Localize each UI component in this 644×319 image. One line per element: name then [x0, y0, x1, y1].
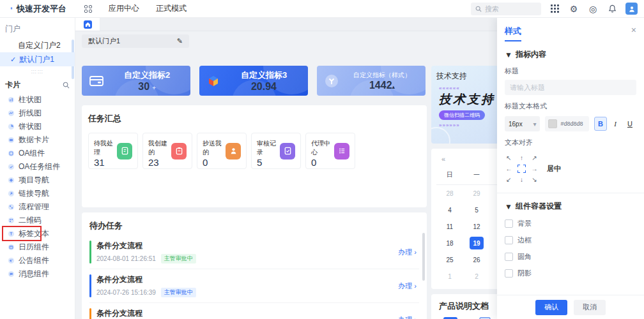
tab-style[interactable]: 样式	[505, 26, 521, 41]
title-field-label: 标题	[505, 66, 636, 76]
todo-scrollbar[interactable]	[422, 233, 425, 281]
bold-button[interactable]: B	[594, 117, 607, 131]
calendar-date[interactable]: 29	[463, 187, 490, 200]
italic-button[interactable]: I	[609, 117, 622, 131]
sidebar-item-project-nav[interactable]: 项目导航	[0, 174, 75, 187]
sidebar-item-line-chart[interactable]: 折线图	[0, 107, 75, 120]
sidebar-item-calendar[interactable]: 日历组件	[0, 241, 75, 254]
checkbox[interactable]	[505, 236, 513, 244]
metric-card-1[interactable]: 自定义指标2 30 +	[82, 66, 190, 96]
todo-title: 待办任务	[89, 220, 419, 232]
format-label: 标题文本格式	[505, 101, 636, 111]
metric-card-3[interactable]: 自定义指标（样式） 1442▴	[317, 66, 425, 96]
align-bottom-left-button[interactable]: ↙	[505, 176, 513, 183]
font-color-picker[interactable]: #d8d8d8	[545, 116, 589, 131]
align-label: 文本对齐	[505, 138, 636, 147]
align-bottom-button[interactable]: ↓	[518, 176, 526, 183]
card-search-icon[interactable]	[63, 82, 70, 89]
checkbox-background[interactable]: 背景	[505, 219, 636, 228]
align-center-label: 居中	[547, 164, 561, 174]
confirm-button[interactable]: 确认	[535, 300, 567, 315]
component-icon	[8, 150, 15, 157]
align-right-button[interactable]: →	[530, 165, 539, 172]
calendar-date[interactable]: 12	[463, 220, 490, 233]
cube-icon	[207, 75, 220, 87]
sidebar-item-pie-chart[interactable]: 饼状图	[0, 120, 75, 133]
section-metric-content[interactable]: ▼ 指标内容	[505, 49, 636, 60]
apps-grid-icon[interactable]	[84, 5, 92, 13]
portal-name-box[interactable]: 默认门户1 ✎	[82, 34, 189, 48]
todo-row[interactable]: 条件分支流程 2024-08-01 21:26:51主管审批中 办理 ›	[89, 235, 419, 269]
search-input[interactable]	[485, 5, 530, 13]
sidebar-item-bar-chart[interactable]: 柱状图	[0, 93, 75, 107]
checkbox[interactable]	[505, 269, 513, 278]
todo-row[interactable]: 条件分支流程 2024-07-26 15:16:39主管审批中 办理 ›	[89, 269, 419, 303]
checkbox-shadow[interactable]: 阴影	[505, 269, 636, 278]
sidebar-item-announcement[interactable]: 公告组件	[0, 254, 75, 267]
search-icon	[475, 6, 482, 12]
sidebar-item-process-mgmt[interactable]: 流程管理	[0, 200, 75, 214]
user-avatar[interactable]	[625, 3, 638, 15]
metric-cards-row: 自定义指标2 30 + 自定义指标3 20.94	[82, 66, 427, 96]
align-top-button[interactable]: ↑	[518, 154, 526, 161]
global-search[interactable]	[471, 3, 541, 15]
stat-created[interactable]: 我创建的23	[142, 133, 192, 169]
title-input[interactable]	[505, 80, 636, 95]
sidebar-item-label-text[interactable]: 标签文本	[0, 227, 75, 241]
stat-cc[interactable]: 抄送我的0	[197, 133, 247, 169]
metric-card-2[interactable]: 自定义指标3 20.94	[199, 66, 308, 96]
align-center-button[interactable]	[518, 165, 526, 173]
checkbox[interactable]	[505, 253, 513, 261]
align-left-button[interactable]: ←	[505, 165, 513, 172]
calendar-date[interactable]: 1	[436, 270, 463, 283]
cancel-button[interactable]: 取消	[574, 300, 606, 315]
notification-bell-icon[interactable]	[606, 3, 618, 15]
sidebar-item-portal-custom2[interactable]: 自定义门户2	[0, 38, 75, 52]
settings-gear-icon[interactable]: ⚙	[568, 3, 579, 15]
stat-agent[interactable]: 代理中心0	[305, 133, 355, 169]
calendar-date-selected[interactable]: 19	[470, 237, 484, 249]
checkbox-radius[interactable]: 圆角	[505, 252, 636, 262]
section-container-settings[interactable]: ▼ 组件容器设置	[505, 201, 636, 212]
sidebar-item-oa-task[interactable]: OA任务组件	[0, 160, 75, 174]
sidebar-item-portal-default1[interactable]: ✓ 默认门户1	[0, 52, 75, 66]
align-top-left-button[interactable]: ↖	[505, 154, 513, 161]
handle-link[interactable]: 办理 ›	[398, 281, 417, 291]
sidebar-resize-handle[interactable]: ⋯⋯⋯⋯	[0, 66, 75, 76]
calendar-date[interactable]: 11	[436, 220, 463, 233]
calendar-date[interactable]: 28	[436, 187, 463, 200]
app-logo[interactable]: 快速开发平台	[0, 3, 75, 15]
calendar-date[interactable]: 2	[463, 270, 490, 283]
underline-button[interactable]: U	[624, 117, 636, 131]
sidebar-item-qrcode[interactable]: 二维码	[0, 214, 75, 227]
stat-audit[interactable]: 审核记录5	[251, 133, 301, 169]
edit-pencil-icon[interactable]: ✎	[177, 37, 183, 45]
calendar-date[interactable]: 4	[436, 204, 463, 216]
sidebar-item-data-card[interactable]: 数据卡片	[0, 133, 75, 147]
align-top-right-button[interactable]: ↗	[530, 154, 539, 161]
checkbox[interactable]	[505, 219, 513, 228]
todo-row[interactable]: 条件分支流程 2024-07-24 14:10:57主管审批中 办理 ›	[89, 303, 419, 319]
handle-link[interactable]: 办理 ›	[398, 248, 417, 257]
color-swatch	[548, 119, 557, 128]
sidebar-item-link-nav[interactable]: 链接导航	[0, 187, 75, 200]
nav-app-center[interactable]: 应用中心	[109, 3, 139, 14]
handle-link[interactable]: 办理 ›	[398, 315, 417, 319]
calendar-date[interactable]: 18	[436, 237, 463, 249]
help-circle-icon[interactable]: ◎	[587, 3, 599, 15]
sidebar-item-oa-component[interactable]: OA组件	[0, 147, 75, 160]
divider	[497, 193, 644, 193]
close-icon[interactable]: ×	[631, 26, 636, 34]
font-size-select[interactable]: 16px ▾	[505, 116, 540, 131]
stat-pending[interactable]: 待我处理31	[88, 133, 138, 169]
calendar-date[interactable]: 26	[463, 253, 490, 266]
calendar-date[interactable]: 25	[436, 253, 463, 266]
waffle-menu-icon[interactable]	[549, 3, 560, 15]
align-bottom-right-button[interactable]: ↘	[530, 176, 539, 183]
checkbox-border[interactable]: 边框	[505, 235, 636, 245]
nav-mode[interactable]: 正式模式	[156, 3, 187, 14]
component-icon	[8, 271, 15, 278]
sidebar-item-message[interactable]: 消息组件	[0, 267, 75, 281]
tab-home-portal[interactable]	[75, 18, 100, 31]
calendar-date[interactable]: 5	[463, 204, 490, 216]
